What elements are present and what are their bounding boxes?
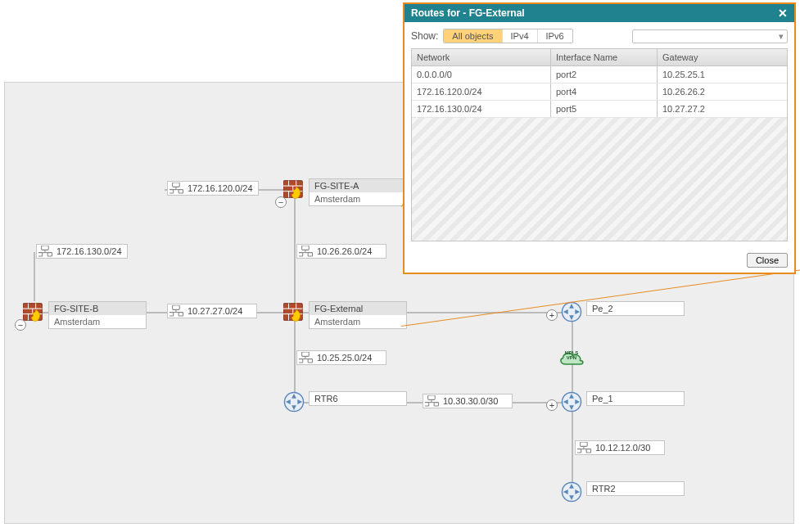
filter-segmented: All objects IPv4 IPv6 xyxy=(443,29,572,43)
col-gateway[interactable]: Gateway xyxy=(658,49,787,65)
firewall-icon xyxy=(283,301,305,322)
router-icon: + xyxy=(561,301,582,322)
firewall-icon: − xyxy=(23,301,44,322)
cell-interface: port4 xyxy=(551,83,658,100)
net-10-12-12[interactable]: 10.12.12.0/30 xyxy=(575,440,665,455)
router-icon xyxy=(561,481,582,503)
node-title: FG-SITE-B xyxy=(49,302,146,315)
net-label: 10.27.27.0/24 xyxy=(188,306,242,316)
node-subtitle: Amsterdam xyxy=(310,192,406,205)
net-label: 10.12.12.0/30 xyxy=(595,443,650,453)
cloud-icon: MPLS VPN xyxy=(558,347,585,367)
node-title: Pe_2 xyxy=(587,302,684,315)
filter-row: Show: All objects IPv4 IPv6 ▾ xyxy=(411,29,788,43)
node-title: Pe_1 xyxy=(587,392,684,405)
routes-dialog: Routes for - FG-External ✕ Show: All obj… xyxy=(403,2,796,274)
dialog-titlebar[interactable]: Routes for - FG-External ✕ xyxy=(405,4,794,22)
firewall-icon: − xyxy=(283,178,305,200)
cell-gateway: 10.25.25.1 xyxy=(658,66,787,83)
node-title: RTR6 xyxy=(310,392,406,405)
table-row[interactable]: 172.16.120.0/24 port4 10.26.26.2 xyxy=(412,83,787,101)
table-header: Network Interface Name Gateway xyxy=(412,49,787,66)
net-label: 172.16.130.0/24 xyxy=(56,246,122,256)
table-empty-area xyxy=(412,118,787,241)
close-icon[interactable]: ✕ xyxy=(778,7,788,20)
cell-network: 172.16.130.0/24 xyxy=(412,101,551,117)
cell-gateway: 10.27.27.2 xyxy=(658,101,787,117)
cell-interface: port2 xyxy=(551,66,658,83)
net-172-16-120[interactable]: 172.16.120.0/24 xyxy=(167,181,259,196)
cell-gateway: 10.26.26.2 xyxy=(658,83,787,100)
expand-badge[interactable]: + xyxy=(546,309,558,321)
node-subtitle: Amsterdam xyxy=(310,315,406,328)
cell-interface: port5 xyxy=(551,101,658,117)
filter-icon[interactable]: ▾ xyxy=(779,31,784,42)
net-10-27-27[interactable]: 10.27.27.0/24 xyxy=(167,304,257,318)
net-label: 10.25.25.0/24 xyxy=(317,353,372,363)
search-wrap: ▾ xyxy=(632,29,788,43)
node-title: FG-External xyxy=(310,302,406,315)
router-icon: + xyxy=(561,391,582,413)
collapse-badge[interactable]: − xyxy=(15,319,26,331)
router-icon xyxy=(283,391,305,413)
net-10-30-30[interactable]: 10.30.30.0/30 xyxy=(423,394,513,408)
net-172-16-130[interactable]: 172.16.130.0/24 xyxy=(36,244,128,259)
table-row[interactable]: 172.16.130.0/24 port5 10.27.27.2 xyxy=(412,101,787,118)
filter-ipv4[interactable]: IPv4 xyxy=(503,29,538,43)
net-10-25-25[interactable]: 10.25.25.0/24 xyxy=(296,350,386,365)
filter-all-objects[interactable]: All objects xyxy=(444,29,502,43)
net-label: 10.30.30.0/30 xyxy=(443,396,498,406)
filter-ipv6[interactable]: IPv6 xyxy=(538,29,572,43)
close-button[interactable]: Close xyxy=(747,253,788,268)
node-title: RTR2 xyxy=(587,482,684,495)
collapse-badge[interactable]: − xyxy=(275,196,287,208)
col-interface[interactable]: Interface Name xyxy=(551,49,658,65)
show-label: Show: xyxy=(411,30,438,42)
col-network[interactable]: Network xyxy=(412,49,551,65)
cell-network: 172.16.120.0/24 xyxy=(412,83,551,100)
cloud-label-2: VPN xyxy=(567,355,576,360)
net-10-26-26[interactable]: 10.26.26.0/24 xyxy=(296,244,386,259)
table-row[interactable]: 0.0.0.0/0 port2 10.25.25.1 xyxy=(412,66,787,83)
expand-badge[interactable]: + xyxy=(546,399,558,411)
node-subtitle: Amsterdam xyxy=(49,315,146,328)
node-title: FG-SITE-A xyxy=(310,179,406,192)
dialog-title: Routes for - FG-External xyxy=(411,7,525,19)
net-label: 10.26.26.0/24 xyxy=(317,246,372,256)
routes-table: Network Interface Name Gateway 0.0.0.0/0… xyxy=(411,48,788,241)
cell-network: 0.0.0.0/0 xyxy=(412,66,551,83)
search-input[interactable] xyxy=(648,31,779,41)
net-label: 172.16.120.0/24 xyxy=(188,183,253,193)
